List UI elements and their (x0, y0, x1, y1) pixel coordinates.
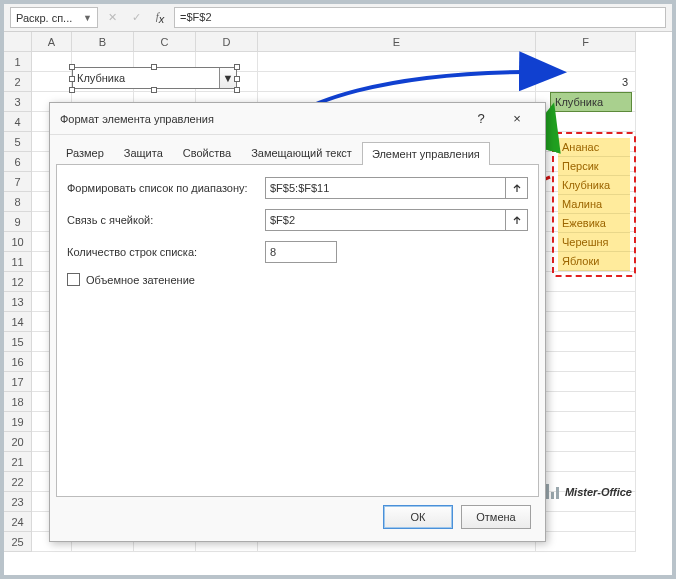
cell[interactable] (536, 292, 636, 312)
chevron-down-icon: ▼ (83, 13, 92, 23)
checkbox-label: Объемное затенение (86, 274, 195, 286)
row-header[interactable]: 25 (4, 532, 32, 552)
row-header[interactable]: 18 (4, 392, 32, 412)
cell[interactable] (536, 332, 636, 352)
row-header[interactable]: 11 (4, 252, 32, 272)
cell[interactable] (536, 432, 636, 452)
resize-handle[interactable] (234, 87, 240, 93)
cell[interactable] (536, 452, 636, 472)
cell-f2[interactable]: 3 (550, 72, 632, 92)
list-item[interactable]: Ежевика (558, 214, 630, 233)
row-header[interactable]: 4 (4, 112, 32, 132)
resize-handle[interactable] (69, 76, 75, 82)
row-header[interactable]: 24 (4, 512, 32, 532)
dialog-title: Формат элемента управления (60, 113, 214, 125)
cell[interactable] (258, 72, 536, 92)
dialog-titlebar[interactable]: Формат элемента управления ? × (50, 103, 545, 135)
list-item[interactable]: Клубника (558, 176, 630, 195)
row-header[interactable]: 12 (4, 272, 32, 292)
cancel-button[interactable]: Отмена (461, 505, 531, 529)
list-item[interactable]: Черешня (558, 233, 630, 252)
resize-handle[interactable] (234, 64, 240, 70)
row-header[interactable]: 8 (4, 192, 32, 212)
close-button[interactable]: × (499, 107, 535, 131)
formula-bar[interactable]: =$F$2 (174, 7, 666, 28)
resize-handle[interactable] (69, 87, 75, 93)
list-item[interactable]: Ананас (558, 138, 630, 157)
select-all-corner[interactable] (4, 32, 32, 52)
resize-handle[interactable] (151, 64, 157, 70)
column-header[interactable]: D (196, 32, 258, 52)
cell[interactable] (536, 412, 636, 432)
row-header[interactable]: 19 (4, 412, 32, 432)
column-header[interactable]: F (536, 32, 636, 52)
cell[interactable] (536, 52, 636, 72)
row-header[interactable]: 20 (4, 432, 32, 452)
row-header[interactable]: 16 (4, 352, 32, 372)
row-header[interactable]: 14 (4, 312, 32, 332)
row-header[interactable]: 21 (4, 452, 32, 472)
link-input[interactable] (265, 209, 506, 231)
row-header[interactable]: 23 (4, 492, 32, 512)
row-header[interactable]: 2 (4, 72, 32, 92)
column-header[interactable]: E (258, 32, 536, 52)
link-label: Связь с ячейкой: (67, 214, 265, 226)
row-header[interactable]: 10 (4, 232, 32, 252)
row-header[interactable]: 9 (4, 212, 32, 232)
tab-pane-control: Формировать список по диапазону: Связь с… (56, 164, 539, 497)
cell[interactable] (536, 112, 636, 132)
column-header[interactable]: C (134, 32, 196, 52)
dialog-tab[interactable]: Замещающий текст (241, 141, 362, 164)
ok-button[interactable]: ОК (383, 505, 453, 529)
row-header[interactable]: 3 (4, 92, 32, 112)
list-item[interactable]: Малина (558, 195, 630, 214)
combobox-value: Клубника (77, 72, 125, 84)
cell[interactable] (32, 52, 72, 72)
cell[interactable] (536, 532, 636, 552)
name-box[interactable]: Раскр. сп... ▼ (10, 7, 98, 28)
accept-formula-icon: ✓ (126, 8, 146, 28)
fx-icon[interactable]: fx (150, 8, 170, 28)
source-list-highlight: АнанасПерсикКлубникаМалинаЕжевикаЧерешня… (552, 132, 636, 277)
lines-input[interactable] (265, 241, 337, 263)
help-button[interactable]: ? (463, 107, 499, 131)
dialog-tab[interactable]: Защита (114, 141, 173, 164)
list-item[interactable]: Персик (558, 157, 630, 176)
dialog-tab[interactable]: Размер (56, 141, 114, 164)
format-control-dialog: Формат элемента управления ? × РазмерЗащ… (49, 102, 546, 542)
formula-toolbar: Раскр. сп... ▼ ✕ ✓ fx =$F$2 (4, 4, 672, 32)
cell[interactable] (536, 352, 636, 372)
cancel-formula-icon: ✕ (102, 8, 122, 28)
shadow-checkbox[interactable]: Объемное затенение (67, 273, 528, 286)
cell[interactable] (32, 72, 72, 92)
range-picker-icon[interactable] (506, 177, 528, 199)
cell[interactable] (536, 512, 636, 532)
cell[interactable] (258, 52, 536, 72)
column-header[interactable]: B (72, 32, 134, 52)
cell[interactable] (536, 312, 636, 332)
row-header[interactable]: 15 (4, 332, 32, 352)
resize-handle[interactable] (151, 87, 157, 93)
dialog-tab[interactable]: Свойства (173, 141, 241, 164)
list-item[interactable]: Яблоки (558, 252, 630, 271)
row-header[interactable]: 17 (4, 372, 32, 392)
checkbox-icon (67, 273, 80, 286)
watermark: Mister-Office (541, 484, 632, 499)
row-header[interactable]: 5 (4, 132, 32, 152)
column-header[interactable]: A (32, 32, 72, 52)
row-header[interactable]: 22 (4, 472, 32, 492)
row-header[interactable]: 7 (4, 172, 32, 192)
range-input[interactable] (265, 177, 506, 199)
resize-handle[interactable] (69, 64, 75, 70)
range-label: Формировать список по диапазону: (67, 182, 265, 194)
row-header[interactable]: 13 (4, 292, 32, 312)
dialog-tab[interactable]: Элемент управления (362, 142, 490, 165)
form-combobox[interactable]: Клубника ▼ (72, 67, 237, 89)
resize-handle[interactable] (234, 76, 240, 82)
link-picker-icon[interactable] (506, 209, 528, 231)
cell[interactable] (536, 392, 636, 412)
cell-f3[interactable]: Клубника (550, 92, 632, 112)
row-header[interactable]: 6 (4, 152, 32, 172)
cell[interactable] (536, 372, 636, 392)
row-header[interactable]: 1 (4, 52, 32, 72)
